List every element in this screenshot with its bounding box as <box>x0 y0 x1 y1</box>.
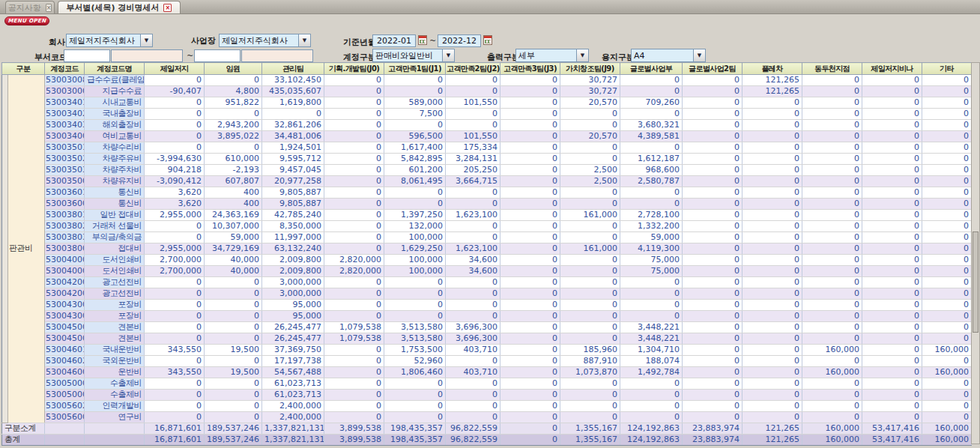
amount-cell[interactable]: 0 <box>500 221 560 232</box>
amount-cell[interactable]: 0 <box>324 311 384 322</box>
table-row[interactable]: 53005600연구비002,400,00000000000000 <box>2 412 972 423</box>
amount-cell[interactable]: 0 <box>500 266 560 277</box>
amount-cell[interactable]: 0 <box>802 378 862 390</box>
amount-cell[interactable]: 0 <box>446 232 500 243</box>
amount-cell[interactable]: 0 <box>922 243 972 255</box>
amount-cell[interactable]: 53,417,416 <box>862 435 922 446</box>
amount-cell[interactable]: 0 <box>620 199 683 210</box>
amount-cell[interactable]: 0 <box>560 333 620 345</box>
column-header[interactable]: 글로벌사업부 <box>620 63 683 75</box>
amount-cell[interactable]: 0 <box>683 367 742 378</box>
amount-cell[interactable]: 0 <box>560 232 620 243</box>
amount-cell[interactable]: 0 <box>384 75 446 86</box>
account-name-cell[interactable]: 여비교통비 <box>85 131 145 142</box>
account-code-cell[interactable]: 53005000 <box>45 378 85 390</box>
account-code-cell[interactable]: 53005602 <box>45 401 85 412</box>
amount-cell[interactable]: 0 <box>145 232 205 243</box>
amount-cell[interactable]: 19,500 <box>205 345 262 356</box>
amount-cell[interactable]: 0 <box>324 243 384 255</box>
column-header[interactable]: 동두천지점 <box>802 63 862 75</box>
amount-cell[interactable]: 160,000 <box>922 367 972 378</box>
amount-cell[interactable]: 0 <box>500 277 560 288</box>
amount-cell[interactable]: 0 <box>560 266 620 277</box>
column-header[interactable]: 플레차 <box>742 63 802 75</box>
amount-cell[interactable]: 0 <box>205 356 262 367</box>
amount-cell[interactable]: 0 <box>742 322 802 333</box>
amount-cell[interactable]: 0 <box>922 378 972 390</box>
amount-cell[interactable]: 0 <box>922 333 972 345</box>
amount-cell[interactable]: 0 <box>500 109 560 120</box>
table-row[interactable]: 53004500견본비0026,245,4771,079,5383,513,58… <box>2 333 972 345</box>
amount-cell[interactable]: 0 <box>560 378 620 390</box>
amount-cell[interactable]: 95,000 <box>262 300 324 311</box>
amount-cell[interactable]: 0 <box>384 390 446 401</box>
amount-cell[interactable]: 53,417,416 <box>862 423 922 435</box>
amount-cell[interactable]: 0 <box>922 199 972 210</box>
amount-cell[interactable]: 0 <box>500 390 560 401</box>
amount-cell[interactable]: 0 <box>922 412 972 423</box>
amount-cell[interactable]: 0 <box>683 356 742 367</box>
amount-cell[interactable]: 0 <box>620 277 683 288</box>
amount-cell[interactable]: 19,500 <box>205 367 262 378</box>
amount-cell[interactable]: 189,537,246 <box>205 423 262 435</box>
account-code-cell[interactable]: 53003402 <box>45 109 85 120</box>
amount-cell[interactable]: 16,871,601 <box>145 423 205 435</box>
amount-cell[interactable]: 132,000 <box>384 221 446 232</box>
amount-cell[interactable]: 0 <box>500 322 560 333</box>
amount-cell[interactable]: 1,753,500 <box>384 345 446 356</box>
table-row[interactable]: 53005000수출제비0061,023,71300000000000 <box>2 378 972 390</box>
amount-cell[interactable]: 0 <box>922 401 972 412</box>
amount-cell[interactable]: 0 <box>742 109 802 120</box>
amount-cell[interactable]: 0 <box>683 232 742 243</box>
amount-cell[interactable]: 0 <box>683 165 742 176</box>
amount-cell[interactable]: 0 <box>802 109 862 120</box>
company-select[interactable]: 제일저지주식회사 ▼ <box>66 34 153 47</box>
amount-cell[interactable]: 160,000 <box>802 435 862 446</box>
amount-cell[interactable]: 4,800 <box>205 86 262 97</box>
amount-cell[interactable]: 0 <box>324 210 384 221</box>
amount-cell[interactable]: 2,580,787 <box>620 176 683 187</box>
amount-cell[interactable]: 0 <box>802 176 862 187</box>
table-row[interactable]: 53003403해외출장비02,943,20032,861,206000003,… <box>2 120 972 131</box>
amount-cell[interactable]: 0 <box>862 187 922 199</box>
table-row[interactable]: 53003400여비교통비03,895,02234,481,0060596,50… <box>2 131 972 142</box>
table-row[interactable]: 53003401시내교통비0951,8221,619,8000589,00010… <box>2 97 972 109</box>
amount-cell[interactable]: 0 <box>384 199 446 210</box>
amount-cell[interactable]: 8,350,000 <box>262 221 324 232</box>
amount-cell[interactable]: 0 <box>802 356 862 367</box>
amount-cell[interactable]: 0 <box>683 288 742 300</box>
amount-cell[interactable]: 0 <box>560 154 620 165</box>
amount-cell[interactable]: 0 <box>862 300 922 311</box>
amount-cell[interactable]: 0 <box>262 109 324 120</box>
amount-cell[interactable]: 0 <box>742 142 802 154</box>
amount-cell[interactable]: 0 <box>742 311 802 322</box>
amount-cell[interactable]: 4,389,581 <box>620 131 683 142</box>
amount-cell[interactable]: 0 <box>560 109 620 120</box>
amount-cell[interactable]: 0 <box>742 367 802 378</box>
amount-cell[interactable]: 160,000 <box>802 423 862 435</box>
column-header[interactable]: 글로벌사업2팀 <box>683 63 742 75</box>
amount-cell[interactable]: 0 <box>683 86 742 97</box>
amount-cell[interactable]: 0 <box>802 288 862 300</box>
amount-cell[interactable]: 100,000 <box>384 232 446 243</box>
amount-cell[interactable]: 2,820,000 <box>324 255 384 266</box>
account-code-cell[interactable]: 53005600 <box>45 412 85 423</box>
amount-cell[interactable]: 0 <box>862 120 922 131</box>
amount-cell[interactable]: 0 <box>560 199 620 210</box>
amount-cell[interactable]: 1,355,167 <box>560 423 620 435</box>
amount-cell[interactable]: 0 <box>922 232 972 243</box>
amount-cell[interactable]: 0 <box>683 199 742 210</box>
amount-cell[interactable]: 11,997,000 <box>262 232 324 243</box>
amount-cell[interactable]: 0 <box>742 255 802 266</box>
account-name-cell[interactable]: 연구비 <box>85 412 145 423</box>
amount-cell[interactable]: 0 <box>145 221 205 232</box>
amount-cell[interactable]: 124,192,863 <box>620 435 683 446</box>
table-row[interactable]: 53004500견본비0026,245,4771,079,5383,513,58… <box>2 322 972 333</box>
amount-cell[interactable]: 0 <box>922 255 972 266</box>
amount-cell[interactable]: -2,193 <box>205 165 262 176</box>
amount-cell[interactable]: 188,074 <box>620 356 683 367</box>
amount-cell[interactable]: 124,192,863 <box>620 423 683 435</box>
amount-cell[interactable]: 0 <box>205 378 262 390</box>
amount-cell[interactable]: 26,245,477 <box>262 333 324 345</box>
amount-cell[interactable]: 0 <box>683 401 742 412</box>
